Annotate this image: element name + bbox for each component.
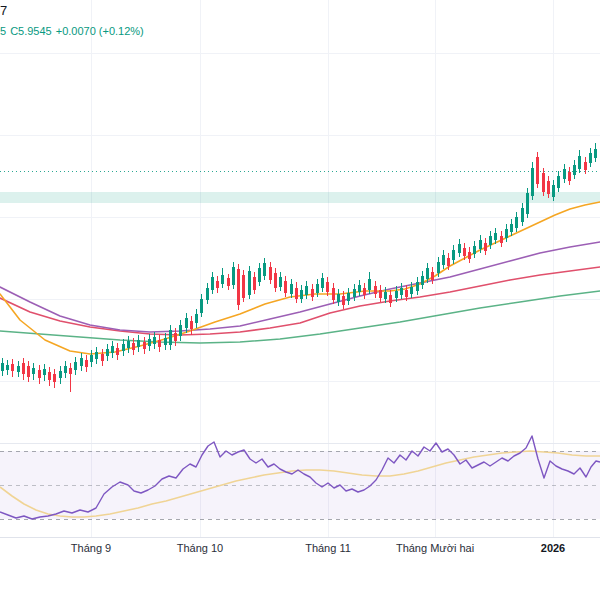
candle-body[interactable] — [248, 271, 251, 295]
candle-body[interactable] — [101, 354, 104, 361]
candle-body[interactable] — [279, 277, 282, 287]
candle-body[interactable] — [410, 287, 413, 294]
candle-body[interactable] — [116, 348, 119, 355]
ma-mid-purple-line[interactable] — [0, 242, 600, 332]
candle-body[interactable] — [43, 369, 46, 375]
candle-body[interactable] — [169, 330, 172, 345]
candle-body[interactable] — [48, 372, 51, 380]
candle-body[interactable] — [69, 368, 72, 374]
candle-body[interactable] — [316, 284, 319, 293]
candle-body[interactable] — [90, 355, 93, 362]
candle-body[interactable] — [400, 288, 403, 295]
candle-body[interactable] — [326, 282, 329, 292]
candle-body[interactable] — [80, 358, 83, 366]
candle-body[interactable] — [531, 168, 534, 196]
candle-body[interactable] — [494, 233, 497, 240]
candle-body[interactable] — [505, 229, 508, 238]
price-zone-band[interactable] — [0, 192, 600, 203]
candle-body[interactable] — [164, 338, 167, 345]
candle-body[interactable] — [132, 343, 135, 350]
candle-body[interactable] — [426, 268, 429, 279]
candle-body[interactable] — [526, 193, 529, 214]
candle-body[interactable] — [332, 288, 335, 300]
candle-body[interactable] — [22, 363, 25, 374]
candle-body[interactable] — [473, 246, 476, 254]
candle-body[interactable] — [405, 290, 408, 297]
candle-body[interactable] — [137, 340, 140, 347]
time-axis[interactable]: Tháng 9Tháng 10Tháng 11Tháng Mười hai202… — [0, 537, 600, 560]
candle-body[interactable] — [437, 262, 440, 273]
chart-legend[interactable]: 7 5C5.9545+0.0070 (+0.12%) — [0, 1, 148, 40]
candle-body[interactable] — [547, 181, 550, 194]
candle-body[interactable] — [500, 236, 503, 243]
candle-body[interactable] — [584, 162, 587, 170]
candle-body[interactable] — [242, 275, 245, 298]
candle-body[interactable] — [452, 250, 455, 260]
candle-body[interactable] — [416, 282, 419, 291]
candle-body[interactable] — [179, 325, 182, 336]
candle-body[interactable] — [468, 252, 471, 259]
candle-body[interactable] — [305, 286, 308, 295]
candle-body[interactable] — [379, 290, 382, 298]
candle-body[interactable] — [290, 284, 293, 294]
candle-body[interactable] — [64, 366, 67, 373]
candle-body[interactable] — [263, 263, 266, 276]
candle-body[interactable] — [174, 333, 177, 341]
candle-body[interactable] — [53, 374, 56, 382]
candle-body[interactable] — [447, 258, 450, 266]
candle-body[interactable] — [479, 240, 482, 249]
candle-body[interactable] — [269, 267, 272, 280]
candle-body[interactable] — [563, 169, 566, 179]
candle-body[interactable] — [552, 185, 555, 197]
candle-body[interactable] — [190, 321, 193, 329]
candle-body[interactable] — [489, 236, 492, 245]
candle-body[interactable] — [38, 370, 41, 378]
candle-body[interactable] — [347, 293, 350, 301]
candle-body[interactable] — [421, 276, 424, 285]
candle-body[interactable] — [1, 363, 4, 371]
candle-body[interactable] — [284, 281, 287, 293]
chart-canvas[interactable] — [0, 0, 600, 600]
candle-body[interactable] — [521, 208, 524, 222]
candle-body[interactable] — [568, 172, 571, 181]
candle-body[interactable] — [195, 314, 198, 323]
candle-body[interactable] — [258, 268, 261, 282]
candle-body[interactable] — [300, 290, 303, 299]
candle-body[interactable] — [232, 267, 235, 285]
candle-body[interactable] — [389, 295, 392, 303]
candle-body[interactable] — [6, 365, 9, 370]
candle-body[interactable] — [353, 289, 356, 297]
candle-body[interactable] — [578, 156, 581, 169]
candle-body[interactable] — [442, 255, 445, 265]
candle-body[interactable] — [557, 176, 560, 188]
candle-body[interactable] — [374, 286, 377, 294]
candle-body[interactable] — [85, 360, 88, 367]
candle-body[interactable] — [95, 352, 98, 359]
candle-body[interactable] — [74, 362, 77, 370]
candle-body[interactable] — [127, 341, 130, 348]
candle-body[interactable] — [510, 224, 513, 232]
candle-body[interactable] — [227, 278, 230, 286]
candle-body[interactable] — [342, 296, 345, 305]
candle-body[interactable] — [211, 277, 214, 290]
candle-body[interactable] — [206, 288, 209, 300]
candle-body[interactable] — [237, 269, 240, 305]
candle-body[interactable] — [395, 291, 398, 298]
candle-body[interactable] — [573, 165, 576, 175]
candle-body[interactable] — [458, 244, 461, 253]
candle-body[interactable] — [158, 340, 161, 347]
candle-body[interactable] — [321, 278, 324, 288]
candle-body[interactable] — [337, 294, 340, 302]
candle-body[interactable] — [431, 272, 434, 280]
candle-body[interactable] — [221, 275, 224, 284]
candle-body[interactable] — [594, 149, 597, 158]
candle-body[interactable] — [274, 273, 277, 288]
candle-body[interactable] — [11, 364, 14, 371]
candle-body[interactable] — [542, 173, 545, 192]
candle-body[interactable] — [106, 349, 109, 356]
candle-body[interactable] — [17, 366, 20, 372]
candle-body[interactable] — [515, 217, 518, 228]
candle-body[interactable] — [253, 277, 256, 290]
candle-body[interactable] — [368, 279, 371, 290]
candle-body[interactable] — [536, 157, 539, 184]
